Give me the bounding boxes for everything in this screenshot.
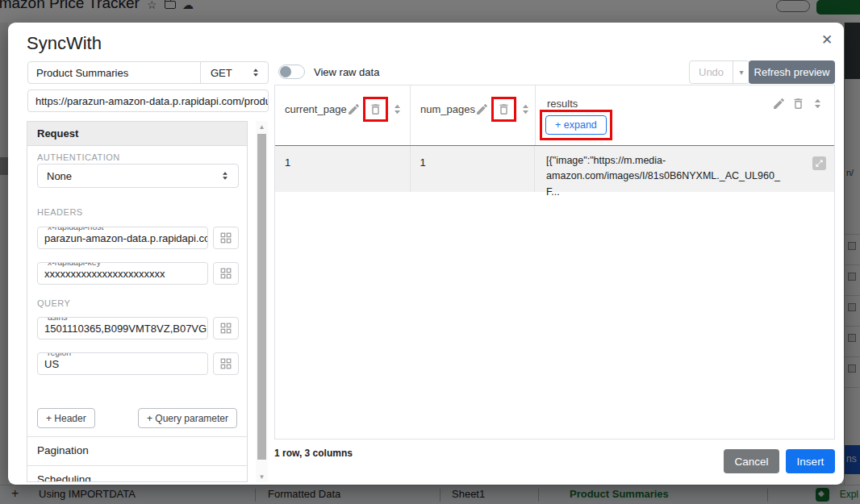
field-value: 1501110365,B099VMT8VZ,B07VGRJDFY — [44, 323, 208, 335]
method-value: GET — [211, 67, 232, 79]
grid-icon — [219, 357, 232, 370]
undo-button[interactable]: Undo — [690, 61, 733, 83]
request-name-input[interactable] — [28, 62, 200, 83]
view-raw-toggle[interactable] — [278, 65, 305, 79]
method-select[interactable]: GET — [200, 62, 268, 83]
results-json-text: [{"image":"https://m.media- amazon.com/i… — [546, 153, 788, 192]
add-header-button[interactable]: + Header — [37, 408, 95, 428]
field-value: US — [44, 358, 59, 370]
cell-num-pages: 1 — [411, 146, 536, 192]
syncwith-dialog: SyncWith ✕ GET View raw data Undo ▾ Refr… — [8, 23, 844, 485]
cell-reference-button[interactable] — [213, 317, 239, 339]
cell-reference-button[interactable] — [213, 262, 239, 285]
annotation-redbox — [491, 97, 516, 122]
auth-value: None — [47, 170, 72, 182]
headers-label: HEADERS — [37, 207, 83, 217]
query-field-row: region US — [37, 352, 239, 375]
request-section-header[interactable]: Request — [27, 122, 247, 146]
preview-table-header: current_page — [275, 85, 834, 146]
preview-data-row: 1 1 [{"image":"https://m.media- amazon.c… — [275, 146, 834, 192]
preview-table: current_page — [274, 85, 835, 439]
auth-select[interactable]: None — [37, 164, 239, 188]
cell-current-page: 1 — [275, 146, 411, 192]
column-header-num-pages: num_pages — [411, 85, 536, 145]
panel-scrollbar[interactable]: ▲ ▼ — [256, 121, 268, 482]
authentication-label: AUTHENTICATION — [37, 152, 120, 162]
field-label: x-rapidapi-host — [44, 227, 106, 231]
header-key-field[interactable]: x-rapidapi-key xxxxxxxxxxxxxxxxxxxxxxx — [37, 262, 208, 285]
toggle-knob — [280, 66, 291, 77]
column-name: num_pages — [420, 103, 475, 115]
grid-icon — [219, 322, 232, 335]
undo-caret-icon[interactable]: ▾ — [733, 61, 749, 83]
header-field-row: x-rapidapi-key xxxxxxxxxxxxxxxxxxxxxxx — [37, 262, 239, 285]
annotation-redbox — [363, 97, 388, 122]
request-name-group: GET — [27, 61, 269, 84]
grid-icon — [219, 267, 232, 280]
delete-column-icon[interactable] — [791, 97, 805, 110]
cell-results: [{"image":"https://m.media- amazon.com/i… — [535, 146, 834, 192]
edit-column-icon[interactable] — [475, 102, 489, 116]
column-header-current-page: current_page — [275, 85, 411, 145]
edit-column-icon[interactable] — [772, 97, 786, 110]
column-name: current_page — [285, 103, 347, 115]
row-column-summary: 1 row, 3 columns — [274, 448, 353, 459]
header-field-row: x-rapidapi-host parazun-amazon-data.p.ra… — [37, 227, 239, 249]
screen: Amazon Price Tracker ☆ ☁ n/ ns — [0, 0, 860, 504]
pagination-section[interactable]: Pagination — [37, 444, 89, 456]
unfold-icon — [219, 170, 231, 181]
view-raw-row: View raw data — [278, 65, 379, 79]
sort-column-icon[interactable] — [390, 102, 404, 116]
field-label: asins — [44, 317, 71, 322]
refresh-preview-button[interactable]: Refresh preview — [749, 60, 835, 84]
view-raw-label: View raw data — [314, 66, 379, 78]
undo-split-button: Undo ▾ — [689, 60, 750, 84]
query-field-row: asins 1501110365,B099VMT8VZ,B07VGRJDFY — [37, 317, 239, 339]
query-asins-field[interactable]: asins 1501110365,B099VMT8VZ,B07VGRJDFY — [37, 317, 208, 339]
field-value: xxxxxxxxxxxxxxxxxxxxxxx — [44, 268, 165, 280]
url-input[interactable]: https://parazun-amazon-data.p.rapidapi.c… — [27, 90, 269, 112]
delete-column-icon[interactable] — [369, 102, 382, 116]
scroll-up-icon[interactable]: ▲ — [256, 121, 268, 132]
open-in-full-icon[interactable] — [812, 156, 826, 170]
column-name: results — [547, 98, 578, 110]
scroll-down-icon[interactable]: ▼ — [256, 471, 268, 482]
query-region-field[interactable]: region US — [37, 352, 208, 375]
request-panel: Request AUTHENTICATION None HEADERS x-ra… — [27, 121, 248, 482]
query-label: QUERY — [37, 298, 70, 308]
sort-column-icon[interactable] — [811, 97, 825, 110]
delete-column-icon[interactable] — [497, 102, 511, 116]
annotation-redbox: + expand — [540, 110, 612, 140]
grid-icon — [219, 231, 232, 244]
sort-column-icon[interactable] — [519, 102, 532, 116]
add-query-parameter-button[interactable]: + Query parameter — [138, 408, 237, 428]
edit-column-icon[interactable] — [347, 102, 361, 116]
cell-reference-button[interactable] — [213, 352, 239, 375]
dialog-title: SyncWith — [27, 33, 102, 54]
field-label: region — [44, 352, 74, 357]
field-label: x-rapidapi-key — [44, 262, 104, 267]
scheduling-section[interactable]: Scheduling — [37, 473, 91, 482]
close-icon[interactable]: ✕ — [816, 29, 837, 50]
header-host-field[interactable]: x-rapidapi-host parazun-amazon-data.p.ra… — [37, 227, 208, 249]
field-value: parazun-amazon-data.p.rapidapi.com — [44, 232, 208, 244]
cell-reference-button[interactable] — [213, 227, 239, 249]
column-header-results: results — [536, 85, 834, 145]
expand-results-button[interactable]: + expand — [545, 115, 607, 135]
unfold-icon — [250, 67, 261, 78]
scrollbar-thumb[interactable] — [257, 134, 266, 460]
cancel-button[interactable]: Cancel — [724, 449, 779, 473]
insert-button[interactable]: Insert — [786, 449, 835, 473]
